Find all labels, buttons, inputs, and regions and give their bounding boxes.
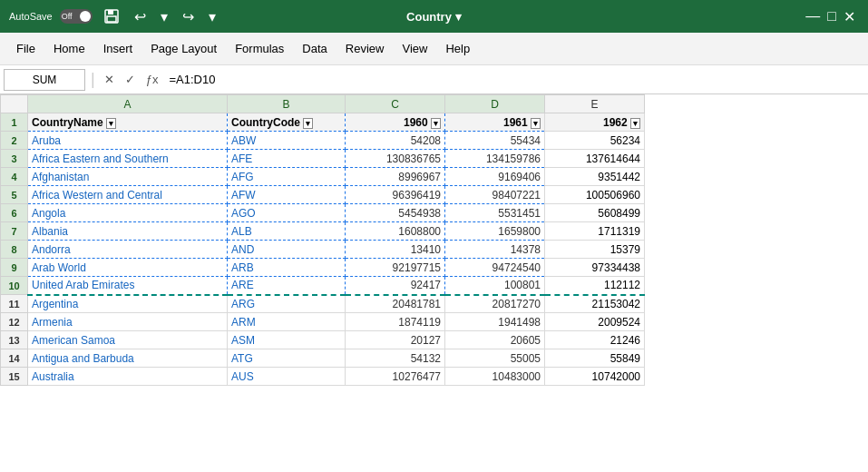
row-header[interactable]: 13: [1, 331, 28, 349]
cell-3-D[interactable]: 134159786: [445, 150, 545, 168]
cell-7-E[interactable]: 1711319: [545, 222, 645, 241]
cell-9-E[interactable]: 97334438: [545, 259, 645, 277]
cell-6-A[interactable]: Angola: [28, 204, 228, 222]
cell-1-C[interactable]: 1960 ▾: [346, 113, 445, 132]
cell-9-B[interactable]: ARB: [228, 259, 346, 277]
row-header[interactable]: 14: [1, 349, 28, 368]
cell-15-E[interactable]: 10742000: [545, 368, 645, 386]
cell-15-D[interactable]: 10483000: [445, 368, 545, 386]
cell-8-A[interactable]: Andorra: [28, 241, 228, 259]
cell-11-C[interactable]: 20481781: [346, 295, 445, 313]
row-header[interactable]: 6: [1, 204, 28, 222]
row-header[interactable]: 8: [1, 241, 28, 259]
redo-button[interactable]: ↪: [179, 6, 198, 27]
cell-3-E[interactable]: 137614644: [545, 150, 645, 168]
cell-7-D[interactable]: 1659800: [445, 222, 545, 241]
menu-review[interactable]: Review: [336, 36, 394, 61]
menu-help[interactable]: Help: [436, 36, 479, 61]
cell-10-B[interactable]: ARE: [228, 277, 346, 295]
cell-6-B[interactable]: AGO: [228, 204, 346, 222]
formula-input[interactable]: [165, 69, 864, 91]
menu-home[interactable]: Home: [44, 36, 94, 61]
menu-file[interactable]: File: [7, 36, 44, 61]
cell-1-A[interactable]: CountryName ▾: [28, 113, 228, 132]
cell-2-E[interactable]: 56234: [545, 132, 645, 150]
cell-11-B[interactable]: ARG: [228, 295, 346, 313]
cell-2-C[interactable]: 54208: [346, 132, 445, 150]
confirm-formula-button[interactable]: ✓: [122, 73, 139, 86]
autosave-toggle[interactable]: Off: [60, 9, 93, 24]
menu-formulas[interactable]: Formulas: [226, 36, 293, 61]
cell-8-E[interactable]: 15379: [545, 241, 645, 259]
save-button[interactable]: [100, 6, 123, 26]
cell-3-B[interactable]: AFE: [228, 150, 346, 168]
col-header-e[interactable]: E: [545, 95, 645, 113]
col-header-d[interactable]: D: [445, 95, 545, 113]
cell-8-B[interactable]: AND: [228, 241, 346, 259]
cell-6-D[interactable]: 5531451: [445, 204, 545, 222]
cell-14-D[interactable]: 55005: [445, 349, 545, 368]
row-header[interactable]: 12: [1, 313, 28, 331]
row-header[interactable]: 2: [1, 132, 28, 150]
cell-12-B[interactable]: ARM: [228, 313, 346, 331]
cell-12-D[interactable]: 1941498: [445, 313, 545, 331]
row-header[interactable]: 15: [1, 368, 28, 386]
col-header-b[interactable]: B: [228, 95, 346, 113]
insert-function-button[interactable]: ƒx: [142, 73, 162, 86]
name-box[interactable]: [4, 69, 85, 91]
row-header[interactable]: 1: [1, 113, 28, 132]
cell-8-C[interactable]: 13410: [346, 241, 445, 259]
cell-15-B[interactable]: AUS: [228, 368, 346, 386]
cell-8-D[interactable]: 14378: [445, 241, 545, 259]
cell-4-D[interactable]: 9169406: [445, 168, 545, 186]
cell-6-C[interactable]: 5454938: [346, 204, 445, 222]
cell-14-C[interactable]: 54132: [346, 349, 445, 368]
row-header[interactable]: 7: [1, 222, 28, 241]
cell-2-D[interactable]: 55434: [445, 132, 545, 150]
cell-5-B[interactable]: AFW: [228, 186, 346, 204]
cell-6-E[interactable]: 5608499: [545, 204, 645, 222]
row-header[interactable]: 4: [1, 168, 28, 186]
undo-button[interactable]: ↩: [131, 6, 150, 27]
undo-dropdown[interactable]: ▾: [157, 6, 171, 27]
cell-10-A[interactable]: United Arab Emirates: [28, 277, 228, 295]
cancel-formula-button[interactable]: ✕: [101, 73, 118, 86]
cell-13-C[interactable]: 20127: [346, 331, 445, 349]
col-header-a[interactable]: A: [28, 95, 228, 113]
row-header[interactable]: 5: [1, 186, 28, 204]
cell-9-A[interactable]: Arab World: [28, 259, 228, 277]
cell-12-A[interactable]: Armenia: [28, 313, 228, 331]
cell-15-A[interactable]: Australia: [28, 368, 228, 386]
cell-2-B[interactable]: ABW: [228, 132, 346, 150]
cell-11-D[interactable]: 20817270: [445, 295, 545, 313]
cell-2-A[interactable]: Aruba: [28, 132, 228, 150]
cell-14-A[interactable]: Antigua and Barbuda: [28, 349, 228, 368]
cell-9-D[interactable]: 94724540: [445, 259, 545, 277]
cell-7-C[interactable]: 1608800: [346, 222, 445, 241]
cell-14-E[interactable]: 55849: [545, 349, 645, 368]
title-dropdown-icon[interactable]: ▾: [455, 10, 462, 24]
cell-10-E[interactable]: 112112: [545, 277, 645, 295]
col-header-c[interactable]: C: [346, 95, 445, 113]
cell-14-B[interactable]: ATG: [228, 349, 346, 368]
cell-1-B[interactable]: CountryCode ▾: [228, 113, 346, 132]
cell-3-A[interactable]: Africa Eastern and Southern: [28, 150, 228, 168]
cell-1-D[interactable]: 1961 ▾: [445, 113, 545, 132]
menu-view[interactable]: View: [393, 36, 436, 61]
cell-11-E[interactable]: 21153042: [545, 295, 645, 313]
close-button[interactable]: ✕: [840, 6, 859, 27]
cell-12-C[interactable]: 1874119: [346, 313, 445, 331]
cell-5-E[interactable]: 100506960: [545, 186, 645, 204]
cell-4-E[interactable]: 9351442: [545, 168, 645, 186]
cell-13-E[interactable]: 21246: [545, 331, 645, 349]
cell-1-E[interactable]: 1962 ▾: [545, 113, 645, 132]
cell-9-C[interactable]: 92197715: [346, 259, 445, 277]
cell-7-A[interactable]: Albania: [28, 222, 228, 241]
cell-13-A[interactable]: American Samoa: [28, 331, 228, 349]
quick-access-dropdown[interactable]: ▾: [205, 6, 219, 27]
cell-4-C[interactable]: 8996967: [346, 168, 445, 186]
cell-5-A[interactable]: Africa Western and Central: [28, 186, 228, 204]
cell-13-B[interactable]: ASM: [228, 331, 346, 349]
cell-4-B[interactable]: AFG: [228, 168, 346, 186]
row-header[interactable]: 3: [1, 150, 28, 168]
